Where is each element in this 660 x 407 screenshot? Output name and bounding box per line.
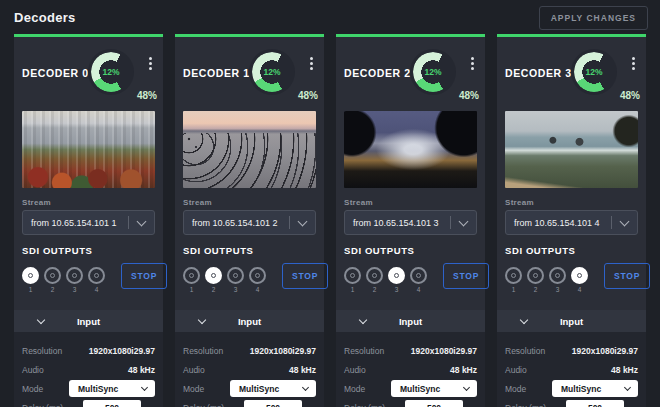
delay-label: Delay (ms): [505, 403, 546, 407]
sdi-connector-icon: [410, 267, 427, 284]
sdi-connector-icon: [366, 267, 383, 284]
sdi-connectors: 1 2 3 4: [183, 267, 266, 293]
audio-label: Audio: [505, 365, 527, 375]
stream-label: Stream: [183, 198, 316, 207]
sdi-connector-icon: [505, 267, 522, 284]
load-percent-label: 48%: [137, 90, 157, 101]
sdi-output-1[interactable]: 1: [344, 267, 361, 293]
sdi-output-1[interactable]: 1: [505, 267, 522, 293]
audio-label: Audio: [183, 365, 205, 375]
sdi-output-number: 3: [234, 286, 238, 293]
delay-row: Delay (ms): [22, 398, 155, 407]
resolution-label: Resolution: [344, 346, 384, 356]
sdi-output-1[interactable]: 1: [183, 267, 200, 293]
delay-input[interactable]: [83, 400, 141, 407]
delay-row: Delay (ms): [183, 398, 316, 407]
sdi-output-3[interactable]: 3: [227, 267, 244, 293]
sdi-connectors: 1 2 3 4: [22, 267, 105, 293]
stop-button[interactable]: STOP: [121, 263, 167, 289]
kebab-menu-icon[interactable]: [305, 55, 317, 72]
stream-select[interactable]: from 10.65.154.101 1: [22, 210, 155, 235]
decoder-card-header: DECODER 1 12% 48%: [175, 37, 324, 109]
delay-input[interactable]: [405, 400, 463, 407]
stream-select-value: from 10.65.154.101 1: [23, 218, 128, 228]
stream-select[interactable]: from 10.65.154.101 3: [344, 210, 477, 235]
sdi-output-number: 4: [578, 286, 582, 293]
sdi-output-4[interactable]: 4: [249, 267, 266, 293]
sdi-outputs-row: 1 2 3 4 STOP: [22, 261, 155, 299]
video-thumbnail: [22, 111, 155, 188]
mode-row: Mode MultiSync: [183, 379, 316, 398]
mode-label: Mode: [344, 384, 365, 394]
sdi-output-4[interactable]: 4: [410, 267, 427, 293]
select-divider: [289, 216, 290, 229]
delay-label: Delay (ms): [344, 403, 385, 407]
sdi-output-3[interactable]: 3: [388, 267, 405, 293]
decoder-title: DECODER 2: [344, 67, 411, 79]
mode-select[interactable]: MultiSync: [391, 380, 477, 397]
sdi-outputs-section: SDI OUTPUTS 1 2 3: [183, 245, 316, 299]
delay-input[interactable]: [244, 400, 302, 407]
resolution-value: 1920x1080i29.97: [411, 346, 477, 356]
input-section-header[interactable]: Input: [336, 310, 485, 332]
sdi-output-1[interactable]: 1: [22, 267, 39, 293]
sdi-connector-icon: [344, 267, 361, 284]
sdi-output-2[interactable]: 2: [366, 267, 383, 293]
decoder-title: DECODER 1: [183, 67, 250, 79]
sdi-output-4[interactable]: 4: [571, 267, 588, 293]
stop-button[interactable]: STOP: [282, 263, 328, 289]
kebab-menu-icon[interactable]: [466, 55, 478, 72]
stop-button[interactable]: STOP: [604, 263, 650, 289]
resolution-label: Resolution: [183, 346, 223, 356]
stop-button[interactable]: STOP: [443, 263, 489, 289]
input-details: Resolution 1920x1080i29.97 Audio 48 kHz …: [497, 332, 646, 407]
sdi-output-3[interactable]: 3: [66, 267, 83, 293]
mode-select-value: MultiSync: [230, 384, 279, 394]
usage-gauge: 12%: [571, 49, 617, 95]
stream-select-value: from 10.65.154.101 2: [184, 218, 289, 228]
input-details: Resolution 1920x1080i29.97 Audio 48 kHz …: [175, 332, 324, 407]
gauge-percent-label: 12%: [249, 49, 295, 95]
delay-input[interactable]: [566, 400, 624, 407]
mode-select[interactable]: MultiSync: [69, 380, 155, 397]
kebab-menu-icon[interactable]: [144, 55, 156, 72]
load-percent-label: 48%: [620, 90, 640, 101]
select-divider: [128, 216, 129, 229]
audio-value: 48 kHz: [128, 365, 155, 375]
sdi-connectors: 1 2 3 4: [505, 267, 588, 293]
mode-select-value: MultiSync: [69, 384, 118, 394]
stream-select[interactable]: from 10.65.154.101 4: [505, 210, 638, 235]
sdi-output-number: 1: [29, 286, 33, 293]
chevron-down-icon: [620, 216, 630, 226]
input-section-header[interactable]: Input: [497, 310, 646, 332]
gauge-percent-label: 12%: [571, 49, 617, 95]
apply-changes-button[interactable]: APPLY CHANGES: [539, 6, 648, 30]
sdi-connector-icon: [183, 267, 200, 284]
sdi-output-2[interactable]: 2: [44, 267, 61, 293]
sdi-outputs-title: SDI OUTPUTS: [22, 245, 155, 256]
decoder-card-header: DECODER 3 12% 48%: [497, 37, 646, 109]
stream-select-value: from 10.65.154.101 3: [345, 218, 450, 228]
decoder-title: DECODER 3: [505, 67, 572, 79]
audio-row: Audio 48 kHz: [22, 360, 155, 379]
kebab-menu-icon[interactable]: [627, 55, 639, 72]
delay-row: Delay (ms): [344, 398, 477, 407]
sdi-output-4[interactable]: 4: [88, 267, 105, 293]
delay-label: Delay (ms): [22, 403, 63, 407]
sdi-output-number: 4: [95, 286, 99, 293]
decoder-card: DECODER 0 12% 48% Stream from 10.65.154.…: [14, 34, 163, 407]
stream-select[interactable]: from 10.65.154.101 2: [183, 210, 316, 235]
sdi-output-3[interactable]: 3: [549, 267, 566, 293]
sdi-output-2[interactable]: 2: [205, 267, 222, 293]
sdi-output-2[interactable]: 2: [527, 267, 544, 293]
sdi-connectors: 1 2 3 4: [344, 267, 427, 293]
input-section-header[interactable]: Input: [175, 310, 324, 332]
video-thumbnail: [505, 111, 638, 188]
load-percent-label: 48%: [459, 90, 479, 101]
resolution-value: 1920x1080i29.97: [89, 346, 155, 356]
mode-row: Mode MultiSync: [505, 379, 638, 398]
mode-select[interactable]: MultiSync: [230, 380, 316, 397]
mode-select[interactable]: MultiSync: [552, 380, 638, 397]
sdi-connector-icon: [571, 267, 588, 284]
input-section-header[interactable]: Input: [14, 310, 163, 332]
